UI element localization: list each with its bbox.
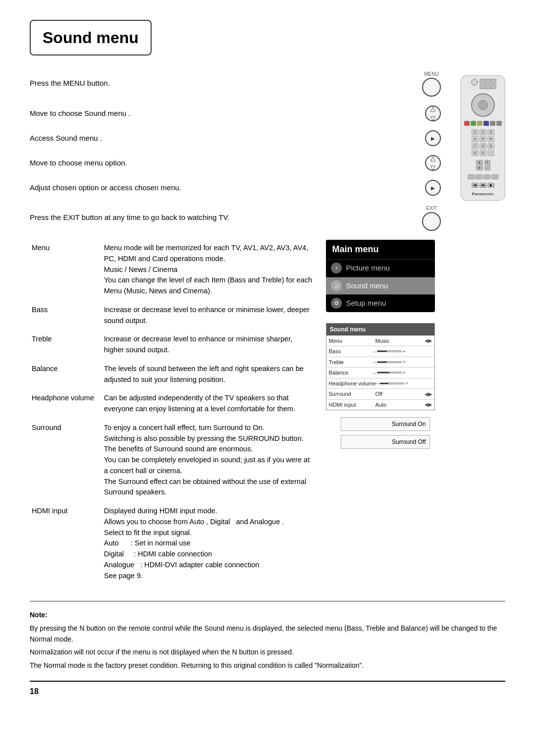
nav-updown-icon: △▽ (425, 106, 441, 121)
note-line-2: Normalization will not occur if the menu… (30, 647, 505, 657)
mm-sound-menu-item: ♫ Sound menu (326, 277, 435, 295)
exit-button-icon (422, 212, 441, 231)
num-dash: - (487, 150, 494, 156)
step-3: Access Sound menu . ▶ (30, 130, 441, 146)
sm-bar-balance: – + (373, 369, 405, 377)
green-btn (471, 121, 476, 126)
sm-row-bass: Bass – + (326, 346, 434, 357)
menu-item-desc-surround: To enjoy a concert hall effect, turn Sur… (102, 420, 317, 503)
sm-arrows-menu: ◀▶ (425, 337, 432, 344)
remote-top-grid (480, 79, 495, 89)
menu-row-hdmi: HDMI input Displayed during HDMI input m… (30, 503, 316, 586)
vol-down-btn: v (476, 165, 483, 170)
sm-bar-treble: – + (373, 358, 405, 366)
step-6-icon-area: EXIT (422, 205, 441, 231)
play-btn: ▶ (487, 183, 494, 188)
remote-transport-row: ⏮ ⏭ ▶ (472, 183, 494, 188)
surround-on-label: Surround On (392, 421, 426, 428)
step-4: Move to choose menu option. △▽ (30, 155, 441, 171)
remote-color-row (464, 121, 502, 126)
num-0-left: 0 (472, 150, 479, 156)
note-line-1: By pressing the N button on the remote c… (30, 623, 505, 645)
menu-item-name-hdmi: HDMI input (30, 503, 102, 586)
sm-row-hdmi: HDMI input Auto ◀▶ (326, 399, 434, 410)
remote-btn-6 (490, 84, 496, 89)
sound-menu-label: Sound menu (346, 280, 388, 292)
ok-icon-2: ▶ (425, 180, 441, 196)
blue-btn (483, 121, 489, 126)
num-9: 9 (487, 143, 494, 149)
page-number-text: 18 (30, 687, 39, 696)
menu-row-headphone: Headphone volume Can be adjusted indepen… (30, 390, 316, 420)
menu-item-desc-treble: Increase or decrease level to enhance or… (102, 331, 317, 361)
surround-on-box: Surround On (341, 417, 430, 431)
sm-arrows-hdmi: ◀▶ (425, 401, 432, 408)
step-6-text: Press the EXIT button at any time to go … (30, 212, 416, 223)
sm-bar-line-treble (377, 361, 402, 363)
sm-bar-line-headphone (379, 382, 404, 384)
step-5-text: Adjust chosen option or access chosen me… (30, 182, 419, 194)
menu-item-desc-bass: Increase or decrease level to enhance or… (102, 302, 317, 331)
sm-bar-fill-balance (377, 372, 389, 373)
step-4-icon-area: △▽ (425, 155, 441, 171)
menu-item-name-bass: Bass (30, 302, 102, 331)
instructions-section: Press the MENU button. MENU Move to choo… (30, 70, 505, 240)
step-1-icon-area: MENU (422, 70, 441, 97)
sm-plus-balance: + (403, 369, 406, 377)
remote-top-buttons (471, 79, 495, 89)
sm-bar-fill-headphone (380, 383, 388, 384)
sm-minus-bass: – (373, 348, 376, 355)
sm-bar-fill-treble (377, 362, 387, 363)
num-7: 7 (472, 143, 479, 149)
remote-btn-1 (480, 79, 485, 84)
steps-list: Press the MENU button. MENU Move to choo… (30, 70, 441, 240)
step-4-text: Move to choose menu option. (30, 158, 419, 169)
remote-extra-row (468, 174, 498, 179)
extra-btn-1 (490, 121, 495, 126)
mm-picture-menu-item: ♀ Picture menu (326, 259, 435, 277)
sound-menu-graphic: Sound menu Menu Music ◀▶ Bass – + (326, 323, 435, 411)
ch-up-down: + - (484, 160, 490, 170)
sm-row-menu: Menu Music ◀▶ (326, 335, 434, 346)
red-btn (464, 121, 470, 126)
sm-row-treble: Treble – + (326, 357, 434, 368)
menu-item-desc-headphone: Can be adjusted independently of the TV … (102, 390, 317, 420)
num-5: 5 (480, 136, 486, 142)
menu-table: Menu Menu mode will be memorized for eac… (30, 240, 316, 586)
sm-plus-headphone: + (405, 379, 408, 387)
picture-menu-icon: ♀ (331, 263, 342, 273)
picture-menu-label: Picture menu (346, 263, 389, 274)
remote-vol-ch-row: ∧ v + - (476, 160, 490, 170)
menu-row-menu: Menu Menu mode will be memorized for eac… (30, 240, 316, 302)
note-section: Note: By pressing the N button on the re… (30, 601, 505, 671)
note-line-3: The Normal mode is the factory preset co… (30, 660, 505, 671)
remote-control-graphic: 1 2 3 4 5 6 7 8 9 0 0 - ∧ v + (461, 75, 505, 201)
sm-bar-fill-bass (377, 351, 387, 352)
vol-up-btn: ∧ (476, 160, 483, 165)
menu-item-name-surround: Surround (30, 420, 102, 503)
menu-row-balance: Balance The levels of sound between the … (30, 361, 316, 390)
num-6: 6 (487, 136, 494, 142)
sm-bar-line-balance (377, 372, 402, 374)
sm-bar-bass: – + (373, 348, 405, 355)
sm-label-headphone: Headphone volume (328, 379, 375, 388)
ff-btn: ⏭ (480, 183, 486, 188)
step-5-icon-area: ▶ (425, 180, 441, 196)
menu-item-desc-menu: Menu mode will be memorized for each TV,… (102, 240, 317, 302)
menu-item-name-menu: Menu (30, 240, 102, 302)
remote-area: 1 2 3 4 5 6 7 8 9 0 0 - ∧ v + (461, 70, 505, 240)
menu-label: MENU (424, 70, 438, 78)
num-2: 2 (480, 129, 486, 135)
sm-value-surround: Off (375, 390, 382, 398)
menu-row-bass: Bass Increase or decrease level to enhan… (30, 302, 316, 331)
sm-row-balance: Balance – + (326, 367, 434, 378)
extra-2 (476, 174, 482, 179)
num-4: 4 (472, 136, 479, 142)
sm-minus-headphone: – (376, 379, 379, 387)
menu-item-name-treble: Treble (30, 331, 102, 361)
menu-item-desc-hdmi: Displayed during HDMI input mode. Allows… (102, 503, 317, 586)
sm-plus-bass: + (403, 348, 406, 355)
ch-dn-btn: - (484, 165, 490, 170)
menu-descriptions: Menu Menu mode will be memorized for eac… (30, 240, 316, 586)
step-2-icon-area: △▽ (425, 106, 441, 121)
